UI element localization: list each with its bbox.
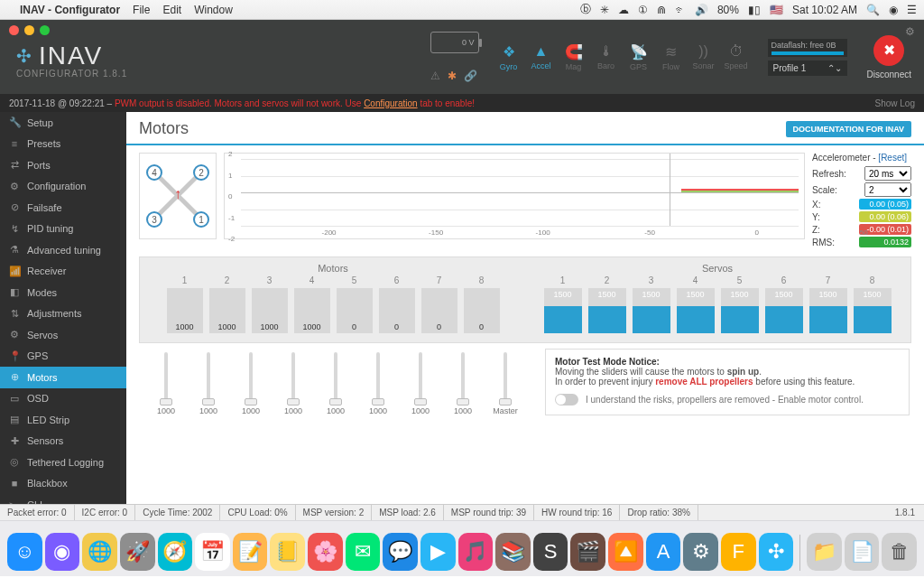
scale-select[interactable]: 2 — [864, 182, 911, 197]
menubar-icon[interactable]: ☁ — [618, 4, 629, 16]
dock-app[interactable]: ✉ — [346, 533, 381, 571]
menubar-icon[interactable]: ✳ — [600, 4, 609, 16]
motor-slider-2[interactable]: 1000 — [190, 352, 226, 415]
sidebar-item-advanced-tuning[interactable]: ⚗Advanced tuning — [0, 239, 126, 261]
documentation-button[interactable]: DOCUMENTATION FOR INAV — [786, 121, 912, 137]
dock-app[interactable]: 📅 — [195, 533, 230, 571]
reset-link[interactable]: [Reset] — [878, 153, 907, 163]
refresh-select[interactable]: 20 ms — [864, 166, 911, 181]
enable-motor-toggle[interactable] — [555, 394, 578, 406]
dock-app[interactable]: 🗑 — [882, 533, 917, 571]
menu-window[interactable]: Window — [194, 4, 233, 16]
motor-slider-7[interactable]: 1000 — [402, 352, 439, 415]
sidebar-item-servos[interactable]: ⚙Servos — [0, 324, 126, 346]
sidebar-item-blackbox[interactable]: ■Blackbox — [0, 473, 126, 495]
sensor-gps[interactable]: 📡GPS — [624, 43, 654, 71]
clock[interactable]: Sat 10:02 AM — [792, 4, 857, 16]
dock-app[interactable]: ✣ — [759, 533, 794, 571]
sidebar-item-tethered-logging[interactable]: ◎Tethered Logging — [0, 452, 126, 473]
sidebar-item-failsafe[interactable]: ⊘Failsafe — [0, 197, 126, 219]
menubar-icon[interactable]: ⓑ — [580, 2, 591, 17]
dock-app[interactable]: 🎬 — [570, 533, 605, 571]
sidebar-item-modes[interactable]: ◧Modes — [0, 282, 126, 303]
y-label: Y: — [812, 212, 820, 222]
battery-icon[interactable]: ▮▯ — [748, 4, 761, 16]
motor-slider-5[interactable]: 1000 — [318, 352, 354, 415]
servo-bar-7: 71500 — [809, 275, 847, 333]
motor-slider-6[interactable]: 1000 — [360, 352, 396, 415]
dock-app[interactable]: 💬 — [383, 533, 418, 571]
sidebar-item-led-strip[interactable]: ▤LED Strip — [0, 409, 126, 431]
menu-icon[interactable]: ☰ — [907, 4, 917, 16]
master-slider[interactable]: Master — [487, 352, 523, 415]
profile-select[interactable]: Profile 1 ⌃⌄ — [768, 61, 847, 76]
status-cell: MSP round trip: 39 — [444, 505, 534, 520]
dock-app[interactable]: 📒 — [270, 533, 305, 571]
dock-app[interactable]: 🚀 — [120, 533, 155, 571]
sensor-flow[interactable]: ≋Flow — [656, 43, 687, 71]
dock-app[interactable]: ☺ — [7, 533, 42, 571]
settings-icon[interactable]: ⚙ — [905, 25, 915, 38]
wifi-icon[interactable]: ᯤ — [675, 4, 686, 16]
sidebar-item-motors[interactable]: ⊕Motors — [0, 367, 126, 388]
close-icon[interactable] — [9, 25, 19, 35]
sensor-sonar[interactable]: ))Sonar — [688, 43, 719, 71]
sensor-gyro[interactable]: ❖Gyro — [494, 43, 524, 71]
y-tick: 1 — [228, 171, 232, 179]
sensor-mag[interactable]: 🧲Mag — [559, 43, 589, 71]
sensor-speed[interactable]: ⏱Speed — [721, 43, 752, 71]
sidebar-item-setup[interactable]: 🔧Setup — [0, 112, 126, 134]
dock-app[interactable]: ◉ — [45, 533, 80, 571]
dock-app[interactable]: ▶ — [420, 533, 456, 571]
sidebar-item-gps[interactable]: 📍GPS — [0, 346, 126, 368]
sidebar-item-pid-tuning[interactable]: ↯PID tuning — [0, 219, 126, 240]
sidebar-item-configuration[interactable]: ⚙Configuration — [0, 176, 126, 198]
motor-slider-4[interactable]: 1000 — [275, 352, 311, 415]
dock-app[interactable]: 📁 — [807, 533, 842, 571]
motor-slider-1[interactable]: 1000 — [148, 352, 184, 415]
dock-app[interactable]: 📄 — [845, 533, 880, 571]
menu-edit[interactable]: Edit — [162, 4, 181, 16]
dataflash-widget[interactable]: Dataflash: free 0B — [768, 39, 847, 57]
sidebar-item-presets[interactable]: ≡Presets — [0, 134, 126, 155]
menubar-app[interactable]: INAV - Configurator — [20, 4, 120, 16]
sidebar-item-cli[interactable]: >_CLI — [0, 494, 126, 504]
sidebar-item-ports[interactable]: ⇄Ports — [0, 154, 126, 176]
y-value: 0.00 (0.06) — [859, 211, 911, 222]
sensor-baro[interactable]: 🌡Baro — [591, 43, 622, 71]
maximize-icon[interactable] — [40, 25, 50, 35]
dock-app[interactable]: 🌐 — [82, 533, 117, 571]
menubar-icon[interactable]: ① — [638, 4, 648, 16]
menu-file[interactable]: File — [133, 4, 150, 16]
user-icon[interactable]: ◉ — [889, 4, 898, 16]
dock-app[interactable]: 📚 — [495, 533, 531, 571]
dock-app[interactable]: ⚙ — [683, 533, 718, 571]
flag-icon[interactable]: 🇺🇸 — [770, 4, 783, 16]
spotlight-icon[interactable]: 🔍 — [866, 4, 880, 16]
sidebar-item-adjustments[interactable]: ⇅Adjustments — [0, 303, 126, 325]
dock-app[interactable]: 🧭 — [158, 533, 193, 571]
menubar-icon[interactable]: ⋒ — [657, 4, 666, 16]
sidebar-item-receiver[interactable]: 📶Receiver — [0, 261, 126, 283]
show-log-link[interactable]: Show Log — [875, 98, 915, 108]
sidebar-item-sensors[interactable]: ✚Sensors — [0, 431, 126, 452]
config-link[interactable]: Configuration — [364, 98, 417, 108]
dock-app[interactable]: 🌸 — [308, 533, 343, 571]
disconnect[interactable]: ✖ Disconnect — [867, 35, 911, 79]
dock-app[interactable]: S — [533, 533, 568, 571]
dock-app[interactable]: A — [646, 533, 681, 571]
motor-slider-3[interactable]: 1000 — [233, 352, 269, 415]
log-bar: 2017-11-18 @ 09:22:21 – PWM output is di… — [0, 94, 924, 112]
minimize-icon[interactable] — [24, 25, 34, 35]
sensor-accel[interactable]: ▲Accel — [526, 43, 557, 71]
dock-app[interactable]: F — [721, 533, 756, 571]
motor-slider-8[interactable]: 1000 — [445, 352, 481, 415]
dock-app[interactable]: 🔼 — [608, 533, 643, 571]
dock-app[interactable]: 🎵 — [458, 533, 494, 571]
sensor-icon: ▲ — [534, 43, 549, 60]
window-controls[interactable] — [9, 25, 50, 35]
volume-icon[interactable]: 🔊 — [695, 4, 708, 16]
disconnect-button[interactable]: ✖ — [873, 35, 904, 66]
sidebar-item-osd[interactable]: ▭OSD — [0, 388, 126, 410]
dock-app[interactable]: 📝 — [233, 533, 268, 571]
